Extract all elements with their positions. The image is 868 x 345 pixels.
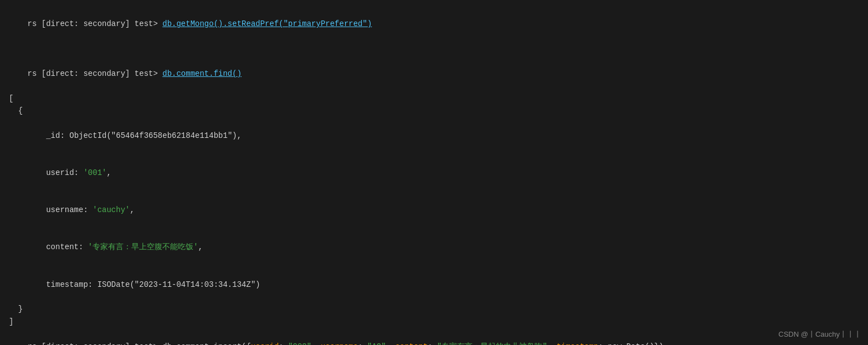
line-11: } — [9, 303, 859, 315]
line-12: ] — [9, 316, 859, 328]
line-5: { — [9, 105, 859, 117]
prompt-3: rs [direct: secondary] test> — [28, 69, 163, 78]
line-8: username: 'cauchy', — [9, 192, 859, 229]
line-10: timestamp: ISODate("2023-11-04T14:03:34.… — [9, 266, 859, 303]
prompt-1: rs [direct: secondary] test> — [28, 19, 163, 28]
prompt-13: rs [direct: secondary] test> — [28, 342, 163, 345]
cmd-3: db.comment.find() — [162, 69, 242, 78]
cmd-1: db.getMongo().setReadPref("primaryPrefer… — [162, 19, 372, 28]
line-blank — [9, 43, 859, 55]
line-13: rs [direct: secondary] test> db.comment.… — [9, 328, 859, 345]
terminal: rs [direct: secondary] test> db.getMongo… — [0, 0, 868, 345]
line-1: rs [direct: secondary] test> db.getMongo… — [9, 6, 859, 43]
line-7: userid: '001', — [9, 155, 859, 192]
line-3: rs [direct: secondary] test> db.comment.… — [9, 55, 859, 92]
watermark: CSDN @丨Cauchy丨丨丨 — [778, 329, 861, 341]
line-6: _id: ObjectId("65464f3658eb62184e114bb1"… — [9, 117, 859, 155]
line-4: [ — [9, 92, 859, 105]
line-9: content: '专家有言：早上空腹不能吃饭', — [9, 229, 859, 266]
